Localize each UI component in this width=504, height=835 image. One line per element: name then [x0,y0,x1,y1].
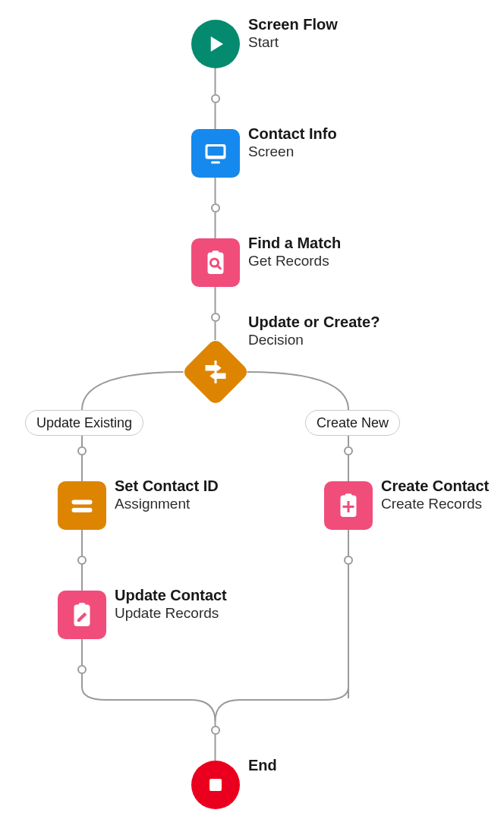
port[interactable] [77,446,87,455]
branch-pill-left[interactable]: Update Existing [25,410,143,436]
start-label: Screen Flow Start [248,15,338,51]
node-title: Set Contact ID [115,477,219,495]
play-icon [204,33,227,55]
svg-rect-32 [343,506,354,508]
screen-node[interactable] [191,129,240,178]
port[interactable] [344,556,353,565]
node-subtitle: Update Records [115,604,227,622]
node-subtitle: Create Records [381,495,489,512]
node-title: End [248,756,277,774]
end-label: End [248,756,277,774]
svg-rect-24 [214,361,216,383]
port[interactable] [211,203,220,213]
update-records-label: Update Contact Update Records [115,586,227,622]
svg-rect-21 [212,250,219,255]
update-records-node[interactable] [58,591,106,639]
node-title: Create Contact [381,477,489,495]
node-subtitle: Decision [248,331,380,348]
svg-rect-30 [345,493,352,498]
decision-node[interactable] [184,340,247,404]
signpost-icon [202,358,229,386]
port[interactable] [77,665,87,674]
equals-icon [68,492,96,519]
end-node[interactable] [191,761,240,809]
clipboard-plus-icon [335,492,362,519]
assignment-node[interactable] [58,481,106,530]
monitor-icon [202,140,229,167]
port[interactable] [211,94,220,103]
start-node[interactable] [191,20,240,68]
assignment-label: Set Contact ID Assignment [115,477,219,512]
node-title: Update or Create? [248,313,380,331]
svg-rect-18 [207,147,223,156]
create-records-label: Create Contact Create Records [381,477,489,512]
port[interactable] [77,556,87,565]
flow-canvas: Screen Flow Start Contact Info Screen Fi… [0,0,504,835]
node-title: Find a Match [248,234,341,252]
svg-rect-19 [211,162,220,164]
svg-rect-25 [72,500,93,505]
clipboard-pencil-icon [68,601,96,629]
node-subtitle: Start [248,33,338,51]
node-title: Screen Flow [248,15,338,33]
create-records-node[interactable] [324,481,373,530]
screen-label: Contact Info Screen [248,124,337,160]
svg-rect-33 [209,779,222,791]
branch-label: Update Existing [36,415,132,430]
get-records-node[interactable] [191,238,240,287]
branch-label: Create New [317,415,389,430]
get-records-label: Find a Match Get Records [248,234,341,269]
port[interactable] [211,313,220,322]
decision-label: Update or Create? Decision [248,313,380,348]
svg-rect-28 [79,603,86,607]
clipboard-search-icon [202,249,229,276]
node-subtitle: Get Records [248,252,341,269]
node-subtitle: Screen [248,143,337,160]
port[interactable] [344,446,353,455]
svg-rect-26 [72,508,93,512]
branch-pill-right[interactable]: Create New [305,410,400,436]
port[interactable] [211,726,220,735]
node-title: Update Contact [115,586,227,604]
node-title: Contact Info [248,124,337,143]
stop-icon [206,776,225,794]
node-subtitle: Assignment [115,495,219,512]
